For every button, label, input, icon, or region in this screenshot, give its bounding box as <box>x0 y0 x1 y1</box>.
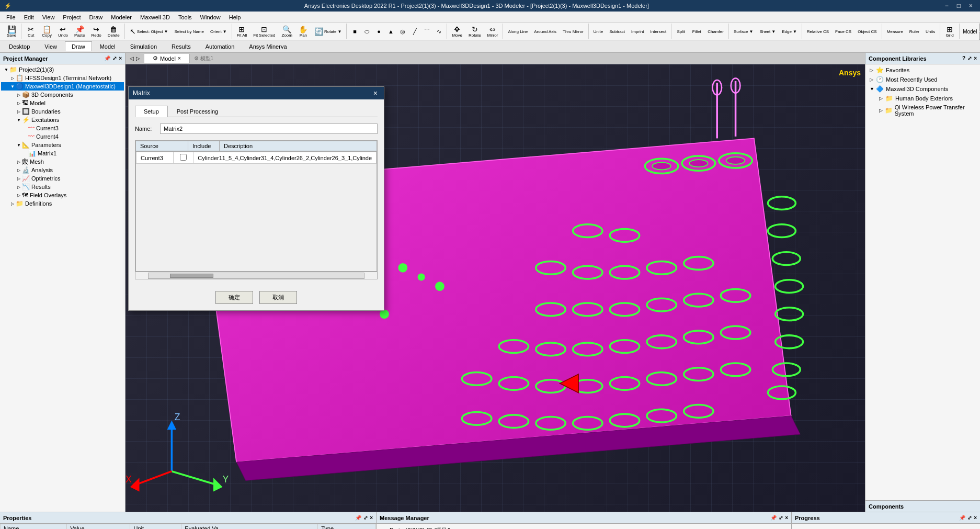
delete-button[interactable]: 🗑 Delete <box>105 24 122 39</box>
msg-close-btn[interactable]: × <box>785 515 788 521</box>
include-checkbox[interactable] <box>180 154 187 161</box>
zoom-button[interactable]: 🔍 Zoom <box>279 24 295 39</box>
menu-maxwell3d[interactable]: Maxwell 3D <box>136 13 174 21</box>
props-float-btn[interactable]: ⤢ <box>363 515 368 521</box>
sheet-dropdown-arrow[interactable]: ▼ <box>771 29 776 34</box>
tab-desktop[interactable]: Desktop <box>2 41 37 51</box>
sheet-button[interactable]: Sheet ▼ <box>757 24 778 39</box>
thru-mirror-button[interactable]: Thru Mirror <box>560 24 586 39</box>
modal-tab-setup[interactable]: Setup <box>135 106 168 117</box>
surface-dropdown-arrow[interactable]: ▼ <box>749 29 753 34</box>
model-tab-close[interactable]: × <box>178 55 181 61</box>
minimize-button[interactable]: − <box>942 2 952 9</box>
intersect-button[interactable]: Intersect <box>648 24 669 39</box>
units-button[interactable]: Units <box>923 24 938 39</box>
close-button[interactable]: × <box>966 2 976 9</box>
menu-file[interactable]: File <box>2 13 20 21</box>
shape-btn-6[interactable]: ╱ <box>409 26 420 37</box>
tree-project[interactable]: ▼ 📁 Project2(1)(3) <box>1 65 124 74</box>
rotate-obj-button[interactable]: ↻ Rotate <box>466 24 484 39</box>
tree-boundaries[interactable]: ▷ 🔲 Boundaries <box>1 107 124 116</box>
menu-view[interactable]: View <box>38 13 59 21</box>
panel-float-button[interactable]: ⤢ <box>112 55 117 61</box>
tab-automation[interactable]: Automation <box>199 41 242 51</box>
relative-cs-button[interactable]: Relative CS <box>804 24 831 39</box>
msg-tree-project[interactable]: ▼ Project2(1)(3) (D:/项目/) <box>380 526 788 529</box>
ruler-button[interactable]: Ruler <box>907 24 922 39</box>
comp-recent[interactable]: ▷ 🕐 Most Recently Used <box>867 75 979 84</box>
tree-matrix1[interactable]: 📊 Matrix1 <box>1 149 124 157</box>
props-pin-btn[interactable]: 📌 <box>355 515 361 521</box>
rotate-view-button[interactable]: 🔄 Rotate ▼ <box>312 24 345 39</box>
tab-simulation[interactable]: Simulation <box>123 41 164 51</box>
table-row[interactable]: Current3 Cylinder11_5_4,Cylinder31_4,Cyl… <box>136 152 377 164</box>
horizontal-scrollbar[interactable] <box>148 273 364 279</box>
grid-button[interactable]: ⊞ Grid <box>942 24 957 39</box>
tree-results[interactable]: ▷ 📉 Results <box>1 183 124 191</box>
tree-excitations[interactable]: ▼ ⚡ Excitations <box>1 116 124 124</box>
mirror-button[interactable]: ⇔ Mirror <box>485 24 501 39</box>
restore-button[interactable]: □ <box>954 2 964 9</box>
edge-button[interactable]: Edge ▼ <box>779 24 800 39</box>
tab-draw[interactable]: Draw <box>65 41 92 51</box>
comp-human-body[interactable]: ▷ 📁 Human Body Exteriors <box>867 94 979 103</box>
menu-project[interactable]: Project <box>59 13 85 21</box>
tab-model[interactable]: Model <box>93 41 122 51</box>
along-line-button[interactable]: Along Line <box>505 24 530 39</box>
paste-button[interactable]: 📌 Paste <box>72 24 87 39</box>
tree-definitions[interactable]: ▷ 📁 Definitions <box>1 199 124 208</box>
matrix-scrollbar[interactable] <box>135 272 378 279</box>
object-cs-button[interactable]: Object CS <box>855 24 879 39</box>
select-button[interactable]: ↖ Select: Object ▼ <box>127 24 171 39</box>
tree-hfss[interactable]: ▷ 📋 HFSSDesign1 (Terminal Network) <box>1 74 124 82</box>
orient-button[interactable]: Orient ▼ <box>208 24 230 39</box>
comp-help-btn[interactable]: ? <box>962 55 965 61</box>
tree-parameters[interactable]: ▼ 📐 Parameters <box>1 141 124 149</box>
model-view-tab[interactable]: ⚙ Model × <box>144 54 190 63</box>
tab-view[interactable]: View <box>38 41 64 51</box>
shape-btn-8[interactable]: ∿ <box>433 26 445 37</box>
tree-current4[interactable]: 〰 Current4 <box>1 132 124 141</box>
redo-button[interactable]: ↪ Redo <box>89 24 104 39</box>
tree-optimetrics[interactable]: ▷ 📈 Optimetrics <box>1 174 124 183</box>
shape-btn-7[interactable]: ⌒ <box>421 26 432 37</box>
tab-results[interactable]: Results <box>165 41 198 51</box>
select-dropdown-arrow[interactable]: ▼ <box>164 29 168 34</box>
imprint-button[interactable]: Imprint <box>629 24 646 39</box>
progress-pin-btn[interactable]: 📌 <box>959 515 965 521</box>
include-cell[interactable] <box>173 152 193 164</box>
subtract-button[interactable]: Subtract <box>607 24 628 39</box>
comp-qi-wireless[interactable]: ▷ 📁 Qi Wireless Power Transfer System <box>867 103 979 118</box>
shape-btn-4[interactable]: ▲ <box>385 26 396 37</box>
modal-ok-button[interactable]: 确定 <box>215 291 253 304</box>
copy-button[interactable]: 📋 Copy <box>39 24 54 39</box>
move-button[interactable]: ✥ Move <box>449 24 465 39</box>
tree-field-overlays[interactable]: ▷ 🗺 Field Overlays <box>1 191 124 199</box>
tree-current3[interactable]: 〰 Current3 <box>1 124 124 132</box>
cut-button[interactable]: ✂ Cut <box>24 24 38 39</box>
shape-btn-5[interactable]: ◎ <box>397 26 408 37</box>
menu-window[interactable]: Window <box>196 13 225 21</box>
unite-button[interactable]: Unite <box>591 24 606 39</box>
comp-close-btn[interactable]: × <box>974 55 977 61</box>
comp-favorites[interactable]: ▷ ⭐ Favorites <box>867 65 979 75</box>
progress-float-btn[interactable]: ⤢ <box>967 515 972 521</box>
msg-float-btn[interactable]: ⤢ <box>779 515 783 521</box>
surface-button[interactable]: Surface ▼ <box>731 24 756 39</box>
scrollbar-thumb[interactable] <box>170 274 213 278</box>
select-by-name-button[interactable]: Select by Name <box>172 24 207 39</box>
comp-float-btn[interactable]: ⤢ <box>967 55 972 61</box>
rotate-dropdown-arrow[interactable]: ▼ <box>338 29 342 34</box>
edge-dropdown-arrow[interactable]: ▼ <box>793 29 797 34</box>
tree-mesh[interactable]: ▷ 🕸 Mesh <box>1 157 124 166</box>
tab-ansys-minerva[interactable]: Ansys Minerva <box>242 41 293 51</box>
tree-analysis[interactable]: ▷ 🔬 Analysis <box>1 166 124 174</box>
comp-maxwell3d[interactable]: ▼ 🔷 Maxwell3D Components <box>867 84 979 94</box>
menu-tools[interactable]: Tools <box>174 13 196 21</box>
model-nav-back[interactable]: ◁ <box>130 55 134 61</box>
matrix-dialog-close[interactable]: × <box>371 89 380 97</box>
components-footer-tab[interactable]: Components <box>865 500 980 512</box>
shape-btn-1[interactable]: ■ <box>349 26 360 37</box>
tree-maxwell[interactable]: ▼ 🔵 Maxwell3DDesign1 (Magnetostatic) <box>1 82 124 91</box>
menu-draw[interactable]: Draw <box>85 13 107 21</box>
